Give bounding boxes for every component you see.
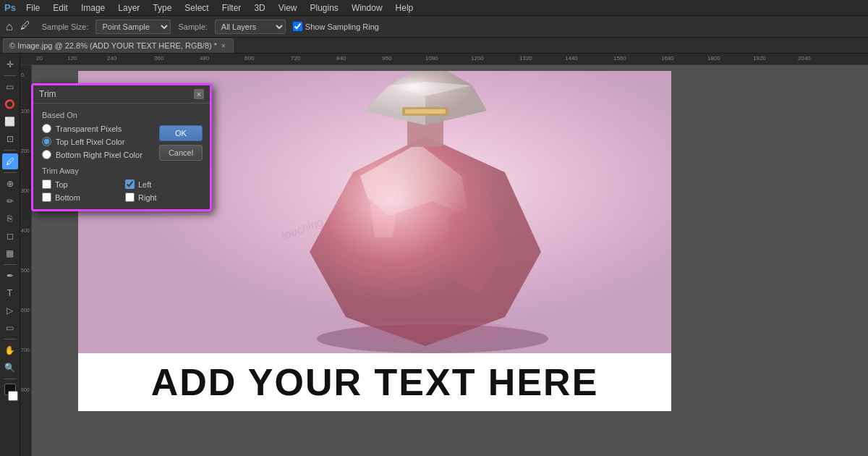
top-checkbox-label[interactable]: Top bbox=[55, 180, 68, 189]
left-checkbox[interactable] bbox=[125, 180, 135, 189]
toolbar-divider-2 bbox=[4, 150, 17, 151]
menu-edit[interactable]: Edit bbox=[47, 1, 74, 14]
bottom-checkbox-row: Bottom bbox=[42, 193, 118, 202]
type-tool[interactable]: T bbox=[2, 285, 18, 301]
toolbar-divider-4 bbox=[4, 264, 17, 265]
home-icon[interactable]: ⌂ bbox=[6, 20, 13, 33]
rectangular-marquee-tool[interactable]: ▭ bbox=[2, 79, 18, 95]
menu-help[interactable]: Help bbox=[390, 1, 420, 14]
trim-away-grid: Top Left Bottom bbox=[42, 180, 201, 202]
menu-file[interactable]: File bbox=[20, 1, 46, 14]
ruler-num-10: 1200 bbox=[471, 55, 484, 62]
crop-tool[interactable]: ⊡ bbox=[2, 131, 18, 147]
healing-brush-tool[interactable]: ⊕ bbox=[2, 176, 18, 192]
ruler-num-4: 480 bbox=[200, 55, 209, 62]
canvas-area: 0 100 200 300 400 500 600 700 800 bbox=[20, 65, 868, 456]
bottom-right-pixel-label[interactable]: Bottom Right Pixel Color bbox=[56, 151, 142, 159]
left-checkbox-label[interactable]: Left bbox=[138, 180, 151, 189]
gradient-tool[interactable]: ▦ bbox=[2, 245, 18, 261]
cancel-button[interactable]: Cancel bbox=[159, 145, 203, 161]
ok-button[interactable]: OK bbox=[159, 125, 203, 141]
menu-3d[interactable]: 3D bbox=[248, 1, 271, 14]
lasso-tool[interactable]: ⭕ bbox=[2, 96, 18, 112]
menu-type[interactable]: Type bbox=[147, 1, 177, 14]
ruler-num-7: 840 bbox=[336, 55, 346, 62]
svg-point-5 bbox=[346, 321, 519, 342]
ruler-num-1: 120 bbox=[67, 55, 77, 62]
bottom-checkbox-label[interactable]: Bottom bbox=[55, 193, 80, 202]
ruler-top: 20 120 240 360 480 600 720 840 960 1080 … bbox=[20, 54, 868, 65]
left-checkbox-row: Left bbox=[125, 180, 201, 189]
brush-tool[interactable]: ✏ bbox=[2, 193, 18, 209]
document-tab[interactable]: © Image.jpg @ 22.8% (ADD YOUR TEXT HERE,… bbox=[3, 38, 234, 53]
zoom-tool[interactable]: 🔍 bbox=[2, 360, 18, 376]
menu-window[interactable]: Window bbox=[346, 1, 388, 14]
menu-filter[interactable]: Filter bbox=[216, 1, 247, 14]
trim-away-label: Trim Away bbox=[42, 166, 201, 175]
ruler-v-3: 300 bbox=[21, 188, 30, 193]
dialog-title: Trim bbox=[39, 89, 56, 99]
ruler-v-5: 500 bbox=[21, 268, 30, 273]
menu-view[interactable]: View bbox=[273, 1, 303, 14]
pen-tool[interactable]: ✒ bbox=[2, 268, 18, 284]
transparent-pixels-radio[interactable] bbox=[42, 124, 51, 133]
ruler-num-14: 1680 bbox=[661, 55, 674, 62]
show-ring-label[interactable]: Show Sampling Ring bbox=[293, 22, 379, 31]
eraser-tool[interactable]: ◻ bbox=[2, 228, 18, 244]
top-left-pixel-label[interactable]: Top Left Pixel Color bbox=[56, 138, 124, 146]
toolbar-divider-3 bbox=[4, 172, 17, 173]
hand-tool[interactable]: ✋ bbox=[2, 342, 18, 358]
ruler-num-8: 960 bbox=[382, 55, 391, 62]
right-checkbox[interactable] bbox=[125, 193, 135, 202]
ruler-num-17: 2040 bbox=[798, 55, 811, 62]
transparent-pixels-label[interactable]: Transparent Pixels bbox=[56, 124, 122, 133]
dialog-close-button[interactable]: × bbox=[194, 89, 204, 99]
options-bar: ⌂ 🖊 Sample Size: Point Sample 3 by 3 Ave… bbox=[0, 16, 868, 38]
toolbar-divider bbox=[4, 75, 17, 76]
sample-size-label: Sample Size: bbox=[42, 22, 89, 31]
eyedropper-options-icon: 🖊 bbox=[20, 20, 35, 34]
menu-layer[interactable]: Layer bbox=[112, 1, 145, 14]
menu-plugins[interactable]: Plugins bbox=[305, 1, 344, 14]
object-select-tool[interactable]: ⬜ bbox=[2, 114, 18, 130]
top-left-pixel-radio[interactable] bbox=[42, 137, 51, 146]
tab-close-btn[interactable]: × bbox=[221, 42, 226, 50]
dialog-buttons: OK Cancel bbox=[159, 125, 203, 161]
show-ring-checkbox[interactable] bbox=[293, 22, 302, 31]
rectangle-tool[interactable]: ▭ bbox=[2, 320, 18, 336]
top-checkbox[interactable] bbox=[42, 180, 51, 189]
ruler-num-6: 720 bbox=[291, 55, 300, 62]
ruler-left: 0 100 200 300 400 500 600 700 800 bbox=[20, 65, 32, 456]
sample-select[interactable]: All Layers Current Layer bbox=[215, 20, 286, 34]
clone-stamp-tool[interactable]: ⎘ bbox=[2, 211, 18, 227]
based-on-label: Based On bbox=[42, 111, 201, 119]
ruler-v-0: 0 bbox=[21, 72, 24, 77]
menu-bar: Ps File Edit Image Layer Type Select Fil… bbox=[0, 0, 868, 16]
sample-size-select[interactable]: Point Sample 3 by 3 Average 5 by 5 Avera… bbox=[95, 20, 171, 34]
add-text-banner: ADD YOUR TEXT HERE bbox=[78, 353, 671, 411]
bottom-right-pixel-radio[interactable] bbox=[42, 150, 51, 159]
canvas-wrapper: 20 120 240 360 480 600 720 840 960 1080 … bbox=[20, 54, 868, 456]
ruler-num-16: 1920 bbox=[753, 55, 766, 62]
dialog-body: Based On Transparent Pixels Top Left Pix… bbox=[33, 104, 210, 209]
left-toolbar: ✛ ▭ ⭕ ⬜ ⊡ 🖊 ⊕ ✏ ⎘ ◻ ▦ ✒ T ▷ ▭ ✋ 🔍 bbox=[0, 54, 20, 456]
menu-image[interactable]: Image bbox=[75, 1, 111, 14]
ruler-num-2: 240 bbox=[107, 55, 116, 62]
right-checkbox-label[interactable]: Right bbox=[138, 193, 157, 202]
sample-label: Sample: bbox=[178, 22, 207, 31]
background-color[interactable] bbox=[8, 391, 18, 401]
ruler-num-12: 1440 bbox=[565, 55, 578, 62]
right-checkbox-row: Right bbox=[125, 193, 201, 202]
bottom-checkbox[interactable] bbox=[42, 193, 51, 202]
path-select-tool[interactable]: ▷ bbox=[2, 303, 18, 318]
ruler-v-6: 600 bbox=[21, 308, 30, 313]
move-tool[interactable]: ✛ bbox=[2, 56, 18, 72]
eyedropper-tool[interactable]: 🖊 bbox=[2, 153, 18, 169]
trim-dialog: Trim × Based On Transparent Pixels Top L… bbox=[31, 83, 212, 211]
menu-select[interactable]: Select bbox=[179, 1, 214, 14]
ruler-v-2: 200 bbox=[21, 148, 30, 153]
ruler-num-5: 600 bbox=[244, 55, 254, 62]
ruler-v-7: 700 bbox=[21, 347, 30, 352]
ruler-num-3: 360 bbox=[154, 55, 163, 62]
svg-rect-4 bbox=[405, 109, 446, 114]
